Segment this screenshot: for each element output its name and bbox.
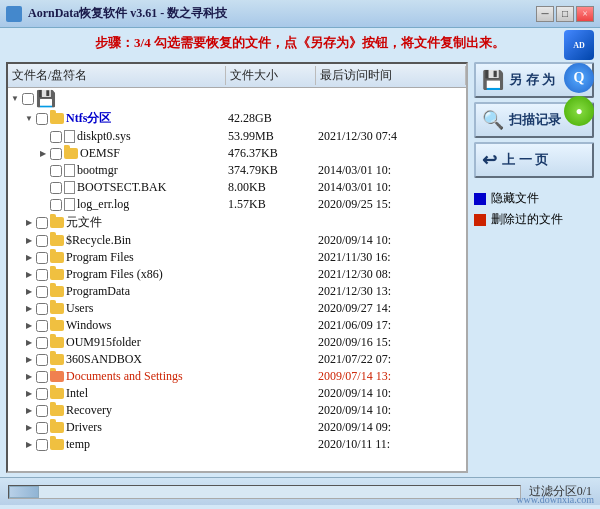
row-name-cell[interactable]: BOOTSECT.BAK	[8, 179, 226, 196]
expand-arrow[interactable]: ▶	[24, 440, 34, 450]
row-label: Users	[66, 301, 93, 316]
row-size-cell	[226, 376, 316, 378]
row-name-cell[interactable]: ▼ 💾	[8, 88, 226, 109]
row-name-cell[interactable]: ▶ Documents and Settings	[8, 368, 226, 385]
row-name-cell[interactable]: ▼ Ntfs分区	[8, 109, 226, 128]
row-checkbox[interactable]	[36, 422, 48, 434]
file-icon	[64, 164, 75, 177]
table-row[interactable]: ▼ Ntfs分区 42.28GB	[8, 109, 466, 128]
expand-arrow[interactable]: ▶	[38, 149, 48, 159]
file-tree-panel: 文件名/盘符名 文件大小 最后访问时间 ▼ 💾	[6, 62, 468, 473]
table-row[interactable]: ▶ Windows 2021/06/09 17:	[8, 317, 466, 334]
table-row[interactable]: ▶ Recovery 2020/09/14 10:	[8, 402, 466, 419]
expand-arrow[interactable]: ▶	[24, 406, 34, 416]
row-name-cell[interactable]: ▶ OUM915folder	[8, 334, 226, 351]
row-name-cell[interactable]: ▶ Program Files (x86)	[8, 266, 226, 283]
row-name-cell[interactable]: ▶ temp	[8, 436, 226, 453]
row-checkbox[interactable]	[36, 405, 48, 417]
row-checkbox[interactable]	[22, 93, 34, 105]
watermark: www.downxia.com	[516, 494, 594, 505]
table-row[interactable]: ▶ Users 2020/09/27 14:	[8, 300, 466, 317]
row-name-cell[interactable]: ▶ OEMSF	[8, 145, 226, 162]
expand-arrow[interactable]: ▶	[24, 253, 34, 263]
table-row[interactable]: ▶ temp 2020/10/11 11:	[8, 436, 466, 453]
prev-page-button[interactable]: ↩ 上 一 页	[474, 142, 594, 178]
row-name-cell[interactable]: ▶ ProgramData	[8, 283, 226, 300]
expand-arrow[interactable]: ▶	[24, 423, 34, 433]
maximize-button[interactable]: □	[556, 6, 574, 22]
table-row[interactable]: ▶ Program Files 2021/11/30 16:	[8, 249, 466, 266]
row-checkbox[interactable]	[36, 371, 48, 383]
table-row[interactable]: ▶ Documents and Settings 2009/07/14 13:	[8, 368, 466, 385]
scrollbar-thumb[interactable]	[9, 486, 39, 498]
row-checkbox[interactable]	[50, 148, 62, 160]
table-row[interactable]: ▶ OEMSF 476.37KB	[8, 145, 466, 162]
row-checkbox[interactable]	[36, 235, 48, 247]
expand-arrow[interactable]: ▶	[24, 304, 34, 314]
expand-arrow[interactable]: ▶	[24, 287, 34, 297]
row-checkbox[interactable]	[36, 320, 48, 332]
row-name-cell[interactable]: ▶ Windows	[8, 317, 226, 334]
row-name-cell[interactable]: ▶ Recovery	[8, 402, 226, 419]
row-name-cell[interactable]: ▶ Users	[8, 300, 226, 317]
expand-arrow[interactable]: ▼	[24, 114, 34, 124]
row-name-cell[interactable]: ▶ 元文件	[8, 213, 226, 232]
row-checkbox[interactable]	[36, 303, 48, 315]
table-row[interactable]: ▶ OUM915folder 2020/09/16 15:	[8, 334, 466, 351]
expand-arrow[interactable]: ▶	[24, 355, 34, 365]
table-row[interactable]: log_err.log 1.57KB 2020/09/25 15:	[8, 196, 466, 213]
expand-arrow[interactable]: ▼	[10, 94, 20, 104]
row-time-cell	[316, 118, 466, 120]
table-row[interactable]: ▶ $Recycle.Bin 2020/09/14 10:	[8, 232, 466, 249]
table-row[interactable]: ▼ 💾	[8, 88, 466, 109]
col-time-header: 最后访问时间	[316, 66, 466, 85]
row-name-cell[interactable]: ▶ $Recycle.Bin	[8, 232, 226, 249]
row-checkbox[interactable]	[36, 388, 48, 400]
table-row[interactable]: ▶ Drivers 2020/09/14 09:	[8, 419, 466, 436]
row-checkbox[interactable]	[50, 182, 62, 194]
row-time-cell	[316, 222, 466, 224]
row-checkbox[interactable]	[36, 354, 48, 366]
expand-arrow[interactable]: ▶	[24, 236, 34, 246]
row-checkbox[interactable]	[50, 165, 62, 177]
table-row[interactable]: ▶ 元文件	[8, 213, 466, 232]
row-checkbox[interactable]	[36, 286, 48, 298]
row-checkbox[interactable]	[36, 269, 48, 281]
horizontal-scrollbar[interactable]	[8, 485, 521, 499]
expand-arrow[interactable]: ▶	[24, 389, 34, 399]
table-row[interactable]: BOOTSECT.BAK 8.00KB 2014/03/01 10:	[8, 179, 466, 196]
row-checkbox[interactable]	[36, 252, 48, 264]
expand-arrow[interactable]: ▶	[24, 321, 34, 331]
table-row[interactable]: ▶ ProgramData 2021/12/30 13:	[8, 283, 466, 300]
table-row[interactable]: diskpt0.sys 53.99MB 2021/12/30 07:4	[8, 128, 466, 145]
expand-arrow[interactable]: ▶	[24, 338, 34, 348]
table-row[interactable]: ▶ Intel 2020/09/14 10:	[8, 385, 466, 402]
minimize-button[interactable]: ─	[536, 6, 554, 22]
row-name-cell[interactable]: ▶ Intel	[8, 385, 226, 402]
row-checkbox[interactable]	[50, 131, 62, 143]
expand-arrow[interactable]: ▶	[24, 218, 34, 228]
row-label: Documents and Settings	[66, 369, 183, 384]
row-name-cell[interactable]: ▶ 360SANDBOX	[8, 351, 226, 368]
col-name-header: 文件名/盘符名	[8, 66, 226, 85]
close-button[interactable]: ×	[576, 6, 594, 22]
row-name-cell[interactable]: bootmgr	[8, 162, 226, 179]
row-checkbox[interactable]	[36, 217, 48, 229]
row-checkbox[interactable]	[50, 199, 62, 211]
row-checkbox[interactable]	[36, 439, 48, 451]
row-size-cell	[226, 98, 316, 100]
col-size-header: 文件大小	[226, 66, 316, 85]
tree-body[interactable]: ▼ 💾 ▼ Ntfs分区 42.28	[8, 88, 466, 471]
row-name-cell[interactable]: ▶ Program Files	[8, 249, 226, 266]
expand-arrow[interactable]: ▶	[24, 270, 34, 280]
row-checkbox[interactable]	[36, 337, 48, 349]
row-name-cell[interactable]: diskpt0.sys	[8, 128, 226, 145]
table-row[interactable]: ▶ 360SANDBOX 2021/07/22 07:	[8, 351, 466, 368]
file-icon	[64, 198, 75, 211]
expand-arrow[interactable]: ▶	[24, 372, 34, 382]
table-row[interactable]: bootmgr 374.79KB 2014/03/01 10:	[8, 162, 466, 179]
table-row[interactable]: ▶ Program Files (x86) 2021/12/30 08:	[8, 266, 466, 283]
row-checkbox[interactable]	[36, 113, 48, 125]
row-name-cell[interactable]: ▶ Drivers	[8, 419, 226, 436]
row-name-cell[interactable]: log_err.log	[8, 196, 226, 213]
